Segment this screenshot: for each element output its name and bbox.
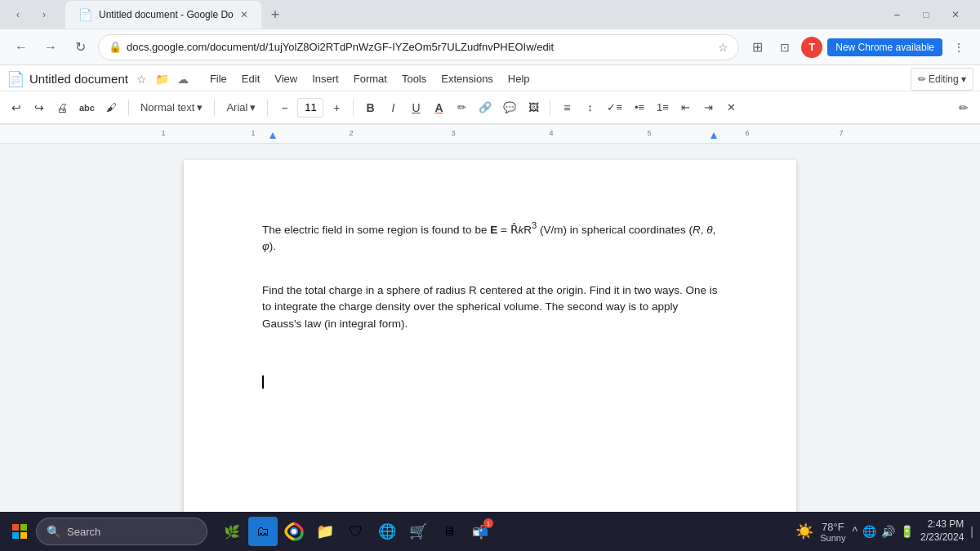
divider-5	[550, 100, 550, 116]
url-bar[interactable]: 🔒 docs.google.com/document/d/1ujYolZ8Oi2…	[98, 34, 739, 60]
divider-1	[128, 100, 129, 116]
tray-speaker-icon[interactable]: 🔊	[881, 525, 895, 538]
numbered-list-button[interactable]: 1≡	[653, 96, 673, 119]
link-button[interactable]: 🔗	[474, 96, 496, 119]
svg-text:5: 5	[647, 129, 651, 137]
screenshare-button[interactable]: ⊡	[773, 36, 796, 59]
highlight-button[interactable]: ✏	[452, 96, 471, 119]
image-button[interactable]: 🖼	[523, 96, 543, 119]
menu-file[interactable]: File	[203, 70, 234, 87]
svg-text:1: 1	[251, 129, 255, 137]
bookmark-icon[interactable]: ☆	[718, 41, 728, 54]
clock[interactable]: 2:43 PM 2/23/2024	[920, 518, 964, 544]
menu-insert[interactable]: Insert	[305, 70, 345, 87]
taskbar-app-device[interactable]: 🖥	[434, 517, 464, 546]
taskbar: 🔍 Search 🌿 🗂 📁 🛡 🌐 🛒 🖥 📬 1 ☀️ 78	[0, 512, 980, 551]
folder-icon[interactable]: 📁	[155, 73, 169, 86]
taskbar-app-antivirus[interactable]: 🛡	[341, 517, 371, 546]
minimize-button[interactable]: −	[885, 3, 908, 26]
indent-more-button[interactable]: ⇥	[699, 96, 719, 119]
back-button[interactable]: ←	[10, 36, 33, 59]
maximize-button[interactable]: □	[915, 3, 938, 26]
tab-close-icon[interactable]: ✕	[240, 9, 248, 20]
spellcheck-button[interactable]: abc	[75, 96, 99, 119]
font-size-box[interactable]: 11	[297, 98, 323, 118]
time-display: 2:43 PM	[920, 518, 964, 531]
menu-tools[interactable]: Tools	[395, 70, 433, 87]
extensions-button[interactable]: ⊞	[746, 36, 768, 59]
close-button[interactable]: ✕	[944, 3, 967, 26]
menu-format[interactable]: Format	[347, 70, 394, 87]
taskbar-right: ☀️ 78°F Sunny ^ 🌐 🔊 🔋 2:43 PM 2/23/2024 …	[795, 518, 973, 544]
menu-view[interactable]: View	[268, 70, 304, 87]
tray-icons: ^ 🌐 🔊 🔋	[852, 525, 914, 538]
tray-battery-icon[interactable]: 🔋	[900, 525, 914, 538]
menu-edit[interactable]: Edit	[235, 70, 266, 87]
weather-widget[interactable]: 78°F Sunny	[820, 521, 845, 543]
document-page[interactable]: The electric field in some region is fou…	[184, 160, 796, 512]
taskbar-app-browser[interactable]	[279, 517, 309, 546]
paint-button[interactable]: 🖌	[102, 96, 122, 119]
line-spacing-button[interactable]: ↕	[580, 96, 599, 119]
decrease-font-button[interactable]: −	[274, 96, 294, 119]
taskbar-app-files[interactable]: 📁	[310, 517, 340, 546]
redo-button[interactable]: ↪	[29, 96, 49, 119]
chrome-update-button[interactable]: New Chrome available	[827, 38, 942, 56]
comment-button[interactable]: 💬	[499, 96, 520, 119]
forward-button[interactable]: →	[39, 36, 62, 59]
weather-condition: Sunny	[820, 533, 845, 543]
ruler: 1 1 2 3 4 5 6 7	[0, 124, 980, 144]
clear-format-button[interactable]: ✕	[722, 96, 742, 119]
tab-favicon-icon: 📄	[78, 8, 92, 21]
show-desktop-icon[interactable]: |	[970, 525, 973, 538]
checklist-button[interactable]: ✓≡	[603, 96, 626, 119]
taskbar-app-edge[interactable]: 🌐	[372, 517, 402, 546]
star-icon[interactable]: ☆	[136, 73, 147, 86]
tray-network-icon[interactable]: 🌐	[862, 525, 876, 538]
window-forward-btn[interactable]: ›	[33, 3, 56, 26]
text-color-button[interactable]: A	[429, 96, 448, 119]
cloud-saved-icon: ☁	[177, 73, 189, 86]
address-bar: ← → ↻ 🔒 docs.google.com/document/d/1ujYo…	[0, 29, 980, 65]
svg-text:2: 2	[349, 129, 353, 137]
refresh-button[interactable]: ↻	[69, 36, 91, 59]
align-button[interactable]: ≡	[557, 96, 577, 119]
start-button[interactable]	[7, 518, 33, 544]
menu-extensions[interactable]: Extensions	[434, 70, 500, 87]
bold-button[interactable]: B	[360, 96, 380, 119]
browser-tab[interactable]: 📄 Untitled document - Google Do ✕	[65, 1, 261, 29]
style-select[interactable]: Normal text ▾	[136, 96, 207, 119]
svg-rect-14	[12, 532, 19, 539]
edit-mode-icon[interactable]: ✏	[954, 96, 973, 119]
underline-button[interactable]: U	[406, 96, 425, 119]
increase-font-button[interactable]: +	[327, 96, 346, 119]
italic-button[interactable]: I	[383, 96, 403, 119]
window-back-btn[interactable]: ‹	[7, 3, 29, 26]
indent-less-button[interactable]: ⇤	[676, 96, 696, 119]
svg-text:4: 4	[549, 129, 553, 137]
search-placeholder: Search	[67, 526, 100, 538]
svg-rect-0	[0, 124, 980, 144]
docs-filename[interactable]: Untitled document	[29, 72, 128, 86]
more-options-button[interactable]: ⋮	[947, 36, 970, 59]
divider-3	[267, 100, 268, 116]
paragraph-2: Find the total charge in a sphere of rad…	[262, 282, 718, 332]
new-tab-button[interactable]: +	[265, 3, 287, 27]
print-button[interactable]: 🖨	[52, 96, 72, 119]
undo-button[interactable]: ↩	[7, 96, 26, 119]
taskbar-app-store[interactable]: 🛒	[403, 517, 433, 546]
profile-button[interactable]: T	[801, 37, 822, 58]
taskbar-search[interactable]: 🔍 Search	[36, 518, 207, 545]
cursor-paragraph[interactable]	[262, 375, 718, 391]
tray-expand-icon[interactable]: ^	[852, 525, 858, 538]
page-area[interactable]: The electric field in some region is fou…	[0, 144, 980, 512]
menu-help[interactable]: Help	[501, 70, 537, 87]
font-select[interactable]: Arial ▾	[221, 96, 261, 119]
svg-text:1: 1	[161, 129, 165, 137]
taskbar-app-explorer[interactable]: 🗂	[248, 517, 278, 546]
bullet-list-button[interactable]: •≡	[630, 96, 649, 119]
editing-mode-button[interactable]: ✏ Editing ▾	[911, 68, 973, 91]
docs-main: 📄 Untitled document ☆ 📁 ☁ File Edit View…	[0, 65, 980, 512]
taskbar-app-widget[interactable]: 🌿	[217, 517, 247, 546]
style-label: Normal text	[140, 101, 194, 113]
